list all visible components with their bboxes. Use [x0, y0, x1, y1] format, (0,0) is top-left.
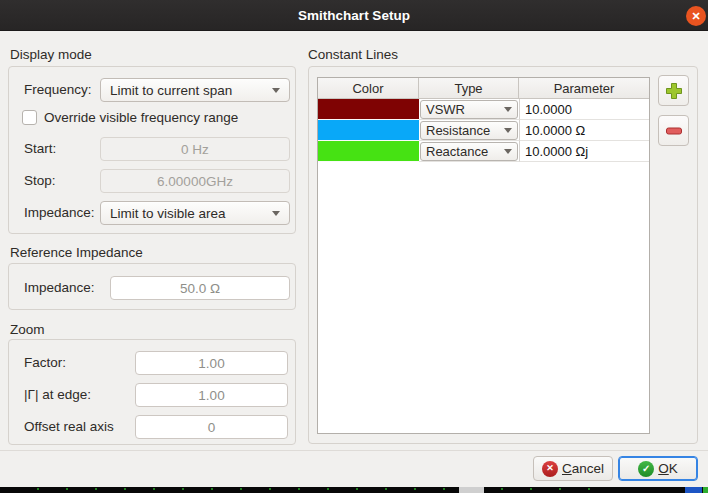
column-header-color[interactable]: Color	[318, 78, 419, 99]
override-frequency-checkbox[interactable]	[22, 110, 37, 125]
parameter-cell[interactable]: 10.0000	[519, 99, 649, 120]
impedance-mode-dropdown[interactable]: Limit to visible area	[100, 201, 290, 225]
plus-icon	[664, 81, 684, 101]
window-title: Smithchart Setup	[298, 8, 410, 23]
table-row: Reactance 10.0000 Ωj	[318, 141, 649, 162]
frequency-label: Frequency:	[24, 82, 92, 97]
close-icon: ✕	[691, 11, 700, 22]
impedance-mode-label: Impedance:	[24, 205, 95, 220]
column-header-parameter[interactable]: Parameter	[519, 78, 649, 99]
add-line-button[interactable]	[658, 75, 689, 106]
override-frequency-label: Override visible frequency range	[44, 110, 238, 125]
impedance-mode-dropdown-value: Limit to visible area	[110, 206, 226, 221]
offset-real-axis-label: Offset real axis	[24, 419, 114, 434]
parameter-cell[interactable]: 10.0000 Ω	[519, 120, 649, 141]
cancel-icon: ✕	[542, 461, 558, 477]
chevron-down-icon	[272, 88, 280, 93]
type-dropdown[interactable]: VSWR	[420, 100, 518, 119]
table-row: VSWR 10.0000	[318, 99, 649, 120]
constant-lines-section-label: Constant Lines	[308, 47, 398, 62]
ok-button-label: OK	[658, 461, 678, 476]
frequency-dropdown[interactable]: Limit to current span	[100, 78, 290, 102]
constant-lines-table-header: Color Type Parameter	[318, 78, 649, 99]
start-label: Start:	[24, 141, 56, 156]
chevron-down-icon	[504, 107, 512, 112]
color-swatch[interactable]	[318, 120, 419, 141]
action-area-separator	[0, 450, 708, 451]
zoom-factor-label: Factor:	[24, 355, 66, 370]
reference-impedance-section-label: Reference Impedance	[10, 245, 143, 260]
type-dropdown-value: VSWR	[426, 102, 465, 117]
smithchart-setup-dialog: Smithchart Setup ✕ Display mode Frequenc…	[0, 0, 708, 493]
stop-input[interactable]	[100, 169, 290, 193]
type-dropdown[interactable]: Resistance	[420, 121, 518, 140]
zoom-section-label: Zoom	[10, 322, 45, 337]
reference-impedance-label: Impedance:	[24, 280, 95, 295]
cancel-button-label: Cancel	[562, 461, 604, 476]
reference-impedance-input[interactable]	[110, 276, 290, 300]
color-swatch[interactable]	[318, 99, 419, 120]
ok-button[interactable]: ✓ OK	[618, 456, 698, 481]
type-dropdown-value: Resistance	[426, 123, 490, 138]
remove-line-button[interactable]	[658, 115, 689, 146]
minus-icon	[664, 121, 684, 141]
offset-real-axis-input[interactable]	[135, 415, 288, 439]
type-dropdown-value: Reactance	[426, 144, 488, 159]
chevron-down-icon	[272, 211, 280, 216]
parameter-cell[interactable]: 10.0000 Ωj	[519, 141, 649, 162]
type-dropdown[interactable]: Reactance	[420, 142, 518, 161]
constant-lines-table: Color Type Parameter VSWR 10.0000 Resist…	[317, 77, 650, 434]
zoom-factor-input[interactable]	[135, 351, 288, 375]
cancel-button[interactable]: ✕ Cancel	[533, 456, 613, 481]
close-button[interactable]: ✕	[686, 6, 706, 26]
table-row: Resistance 10.0000 Ω	[318, 120, 649, 141]
gamma-at-edge-input[interactable]	[135, 383, 288, 407]
column-header-type[interactable]: Type	[419, 78, 519, 99]
ok-icon: ✓	[638, 461, 654, 477]
background-strip	[0, 487, 708, 493]
chevron-down-icon	[504, 149, 512, 154]
start-input[interactable]	[100, 137, 290, 161]
frequency-dropdown-value: Limit to current span	[110, 83, 232, 98]
stop-label: Stop:	[24, 173, 56, 188]
display-mode-section-label: Display mode	[10, 47, 92, 62]
titlebar[interactable]: Smithchart Setup ✕	[0, 0, 708, 31]
chevron-down-icon	[504, 128, 512, 133]
gamma-at-edge-label: |Γ| at edge:	[24, 387, 91, 402]
color-swatch[interactable]	[318, 141, 419, 162]
